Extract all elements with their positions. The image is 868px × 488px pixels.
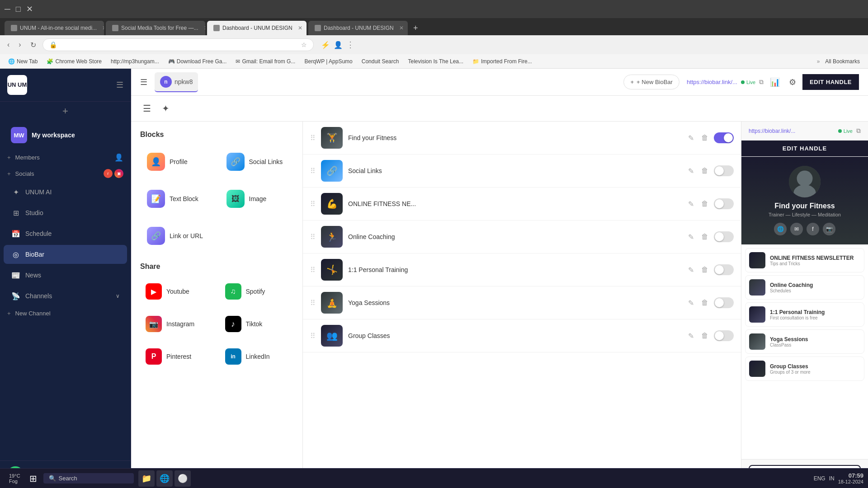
block-text[interactable]: 📝 Text Block — [140, 183, 214, 215]
sidebar-item-news[interactable]: 📰 News — [4, 266, 127, 285]
toggle-group[interactable] — [714, 330, 734, 341]
share-linkedin[interactable]: in LinkedIn — [220, 343, 294, 370]
share-tiktok[interactable]: ♪ Tiktok — [220, 310, 294, 338]
drag-handle-training[interactable]: ⠿ — [310, 266, 316, 274]
address-bar[interactable]: 🔒 app.unum.la/biobar ☆ — [42, 38, 314, 51]
edit-fitness-button[interactable]: ✎ — [686, 132, 696, 144]
taskbar-app-edge[interactable]: 🌐 — [156, 470, 173, 487]
sidebar-item-studio[interactable]: ⊞ Studio — [4, 203, 127, 222]
share-pinterest[interactable]: P Pinterest — [140, 343, 214, 370]
preview-instagram-icon[interactable]: 📷 — [823, 223, 835, 235]
sidebar-new-channel[interactable]: + New Channel — [0, 306, 131, 320]
edit-training-button[interactable]: ✎ — [686, 264, 696, 276]
bookmark-download[interactable]: 🎮 Download Free Ga... — [165, 57, 231, 66]
tab-close-dashboard[interactable]: ✕ — [298, 25, 302, 31]
window-control-minimize[interactable]: ─ — [5, 5, 10, 14]
delete-social-button[interactable]: 🗑 — [699, 165, 710, 177]
preview-item-group[interactable]: Group Classes Groups of 3 or more — [745, 357, 864, 381]
drag-handle-coaching[interactable]: ⠿ — [310, 233, 316, 241]
sidebar-item-biobar[interactable]: ◎ BioBar — [4, 245, 127, 264]
taskbar-app-explorer[interactable]: 📁 — [138, 470, 155, 487]
edit-coaching-button[interactable]: ✎ — [686, 231, 696, 243]
toggle-online[interactable] — [714, 198, 734, 209]
share-spotify[interactable]: ♫ Spotify — [220, 278, 294, 305]
delete-yoga-button[interactable]: 🗑 — [699, 297, 710, 309]
magic-wand-button[interactable]: ✦ — [159, 100, 172, 117]
block-link[interactable]: 🔗 Link or URL — [140, 220, 214, 252]
tab-close-social[interactable]: ✕ — [204, 25, 205, 31]
toggle-yoga[interactable] — [714, 297, 734, 308]
delete-online-button[interactable]: 🗑 — [699, 198, 710, 210]
window-control-close[interactable]: ✕ — [26, 4, 33, 14]
tab-social[interactable]: Social Media Tools for Free —... ✕ — [106, 21, 205, 35]
preview-facebook-icon[interactable]: f — [807, 223, 819, 235]
bookmark-all[interactable]: All Bookmarks — [821, 57, 863, 66]
sidebar-item-schedule[interactable]: 📅 Schedule — [4, 224, 127, 243]
edit-yoga-button[interactable]: ✎ — [686, 297, 696, 309]
drag-handle-social[interactable]: ⠿ — [310, 167, 316, 175]
toggle-coaching[interactable] — [714, 231, 734, 242]
delete-group-button[interactable]: 🗑 — [699, 330, 710, 342]
drag-handle-online[interactable]: ⠿ — [310, 200, 316, 208]
sidebar-members[interactable]: + Members 👤 — [0, 150, 131, 165]
share-youtube[interactable]: ▶ Youtube — [140, 278, 214, 305]
taskbar-app-chrome[interactable]: ⚪ — [175, 470, 191, 487]
bookmark-gmail[interactable]: ✉ Gmail: Email from G... — [232, 57, 299, 66]
toggle-training[interactable] — [714, 264, 734, 275]
tab-dashboard2[interactable]: Dashboard - UNUM DESIGN ✕ — [308, 21, 408, 35]
profile-icon[interactable]: 👤 — [334, 41, 343, 49]
block-profile[interactable]: 👤 Profile — [140, 146, 214, 178]
preview-email-icon[interactable]: ✉ — [790, 223, 803, 235]
bookmark-tv[interactable]: Television Is The Lea... — [404, 57, 467, 66]
preview-item-yoga[interactable]: Yoga Sessions ClassPass — [745, 329, 864, 354]
delete-coaching-button[interactable]: 🗑 — [699, 231, 710, 243]
sidebar-socials[interactable]: + Socials r ▣ — [0, 165, 131, 182]
hamburger-button[interactable]: ☰ — [140, 77, 147, 87]
preview-copy-button[interactable]: ⧉ — [856, 127, 861, 135]
sidebar-item-channels[interactable]: 📡 Channels ∨ — [4, 286, 127, 305]
start-button[interactable]: ⊞ — [25, 473, 42, 484]
bookmark-star-icon[interactable]: ☆ — [301, 41, 307, 48]
window-control-maximize[interactable]: □ — [16, 5, 21, 14]
delete-fitness-button[interactable]: 🗑 — [699, 132, 710, 144]
biobar-tab-active[interactable]: n npkw8 — [155, 72, 198, 92]
bookmark-chrome-store[interactable]: 🧩 Chrome Web Store — [43, 57, 105, 66]
layout-button[interactable]: ☰ — [140, 100, 154, 117]
new-biobar-button[interactable]: + + New BioBar — [623, 75, 679, 89]
menu-icon[interactable]: ⋮ — [346, 40, 354, 50]
extensions-icon[interactable]: ⚡ — [321, 41, 330, 49]
edit-social-button[interactable]: ✎ — [686, 165, 696, 177]
block-social-links[interactable]: 🔗 Social Links — [220, 146, 294, 178]
toggle-fitness[interactable] — [714, 132, 734, 143]
sidebar-item-unum-ai[interactable]: ✦ UNUM AI — [4, 183, 127, 202]
tab-close-unum[interactable]: ✕ — [102, 25, 104, 31]
refresh-button[interactable]: ↻ — [28, 39, 39, 51]
bookmark-mp3[interactable]: http://mp3hungam... — [107, 57, 163, 66]
tab-close-dashboard2[interactable]: ✕ — [399, 25, 404, 31]
settings-button[interactable]: ⚙ — [786, 75, 799, 90]
block-image[interactable]: 🖼 Image — [220, 183, 294, 215]
edit-online-button[interactable]: ✎ — [686, 198, 696, 210]
preview-item-newsletter[interactable]: ONLINE FITNESS NEWSLETTER Tips and Trick… — [745, 248, 864, 272]
tab-unum[interactable]: UNUM - All-in-one social medi... ✕ — [5, 21, 104, 35]
drag-handle-yoga[interactable]: ⠿ — [310, 299, 316, 307]
sidebar-toggle-button[interactable]: ☰ — [116, 80, 123, 90]
bookmarks-overflow[interactable]: » — [817, 58, 820, 65]
back-button[interactable]: ‹ — [5, 39, 12, 51]
analytics-button[interactable]: 📊 — [767, 75, 783, 90]
bookmark-imported[interactable]: 📁 Imported From Fire... — [469, 57, 536, 66]
preview-item-coaching[interactable]: Online Coaching Schedules — [745, 275, 864, 300]
drag-handle-group[interactable]: ⠿ — [310, 332, 316, 340]
delete-training-button[interactable]: 🗑 — [699, 264, 710, 276]
preview-edit-handle-button[interactable]: EDIT HANDLE — [741, 141, 868, 157]
bookmark-conduit[interactable]: Conduit Search — [358, 57, 403, 66]
drag-handle-fitness[interactable]: ⠿ — [310, 134, 316, 142]
edit-handle-button[interactable]: EDIT HANDLE — [802, 74, 859, 90]
forward-button[interactable]: › — [16, 39, 24, 51]
new-tab-button[interactable]: + — [410, 23, 422, 33]
address-input[interactable]: app.unum.la/biobar — [60, 42, 298, 48]
taskbar-search[interactable]: 🔍 Search — [43, 473, 134, 483]
toggle-social[interactable] — [714, 165, 734, 176]
bookmark-berq[interactable]: BerqWP | AppSumo — [301, 57, 356, 66]
tab-dashboard-active[interactable]: Dashboard - UNUM DESIGN ✕ — [207, 21, 307, 35]
